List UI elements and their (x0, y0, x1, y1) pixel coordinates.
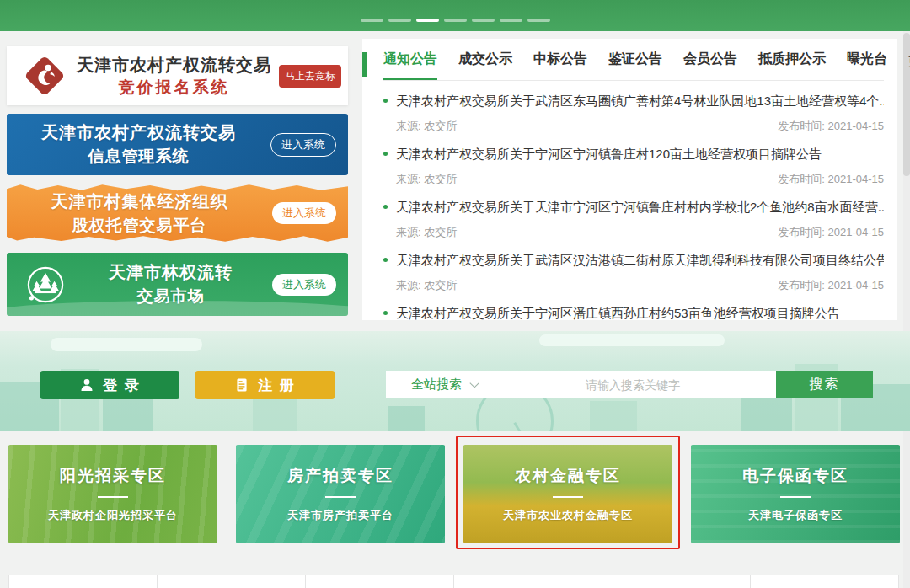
wave-decoration (7, 301, 348, 316)
homepage: 天津市农村产权流转交易 竞价报名系统 马上去竞标 天津市农村产权流转交易 信息管… (0, 0, 910, 588)
building-decoration (103, 394, 153, 431)
zone-property-auction[interactable]: 房产拍卖专区 天津市房产拍卖平台 (236, 445, 445, 543)
search-bar: 全站搜索 搜索 (386, 371, 873, 398)
enter-system-button[interactable]: 进入系统 (270, 133, 336, 157)
zone-title: 农村金融专区 (515, 465, 621, 487)
bullet-icon (383, 258, 388, 262)
brand-card: 天津市农村产权流转交易 竞价报名系统 马上去竞标 (7, 46, 348, 105)
carousel-dot-active[interactable] (416, 19, 439, 22)
news-item: 天津农村产权交易所关于武清区汉沽港镇二街村原天津凯得利科技有限公司项目终结公告 … (383, 253, 884, 293)
news-title: 天津农村产权交易所关于宁河区宁河镇鲁庄村120亩土地经营权项目摘牌公告 (396, 147, 822, 163)
zone-subtitle: 天津市房产拍卖平台 (287, 508, 393, 523)
login-label: 登 录 (103, 376, 141, 395)
tab-members[interactable]: 会员公告 (683, 51, 737, 80)
banner-line2: 信息管理系统 (7, 145, 270, 168)
tab-certification[interactable]: 鉴证公告 (608, 51, 662, 80)
announcement-panel: 通知公告 成交公示 中标公告 鉴证公告 会员公告 抵质押公示 曝光台 更多 ▶ … (362, 39, 897, 320)
cloud-decoration (51, 338, 202, 351)
search-scope-select[interactable]: 全站搜索 (386, 377, 490, 393)
news-title-row[interactable]: 天津农村产权交易所关于武清区东马圈镇广善村第4号林业队园地13亩土地经营权等4个… (383, 94, 884, 110)
banner-line2: 股权托管交易平台 (7, 214, 272, 238)
footer-table-cell (305, 575, 454, 588)
carousel-dot[interactable] (500, 19, 522, 22)
scrollbar-track[interactable] (903, 31, 910, 588)
zone-divider (325, 496, 356, 498)
tab-deals[interactable]: 成交公示 (458, 51, 512, 80)
building-decoration (388, 406, 425, 431)
tab-winning-bid[interactable]: 中标公告 (533, 51, 587, 80)
zone-subtitle: 天津政村企阳光招采平台 (48, 508, 178, 523)
tab-exposure[interactable]: 曝光台 (847, 51, 887, 80)
register-button[interactable]: 注 册 (195, 371, 335, 399)
zone-rural-finance[interactable]: 农村金融专区 天津市农业农村金融专区 (463, 445, 672, 543)
brand-subtitle: 竞价报名系统 (69, 77, 279, 99)
news-time: 发布时间: 2021-04-15 (778, 278, 884, 293)
carousel-banner (0, 0, 910, 31)
zone-subtitle: 天津电子保函专区 (748, 508, 843, 523)
news-title: 天津农村产权交易所关于宁河区潘庄镇西孙庄村约53亩鱼池经营权项目摘牌公告 (396, 306, 840, 322)
carousel-dot[interactable] (527, 19, 550, 22)
footer-table-cell (602, 575, 751, 588)
bullet-icon (383, 205, 388, 209)
news-title: 天津农村产权交易所关于武清区汉沽港镇二街村原天津凯得利科技有限公司项目终结公告 (396, 253, 884, 269)
news-time: 发布时间: 2021-04-15 (778, 225, 884, 240)
zone-electronic-guarantee[interactable]: 电子保函专区 天津电子保函专区 (691, 445, 900, 543)
zone-subtitle: 天津市农业农村金融专区 (503, 508, 633, 523)
banner-text: 天津市农村产权流转交易 信息管理系统 (7, 120, 270, 168)
news-meta: 来源: 农交所发布时间: 2021-04-15 (396, 172, 884, 187)
tab-mortgage[interactable]: 抵质押公示 (758, 51, 826, 80)
carousel-dots (0, 19, 910, 22)
carousel-dot[interactable] (361, 19, 383, 22)
forest-rights-market-banner[interactable]: 天津市林权流转 交易市场 进入系统 (7, 253, 348, 316)
news-source: 来源: 农交所 (396, 278, 457, 293)
news-title-row[interactable]: 天津农村产权交易所关于宁河区潘庄镇西孙庄村约53亩鱼池经营权项目摘牌公告 (383, 306, 884, 322)
equity-custody-platform-banner[interactable]: 天津市村集体经济组织 股权托管交易平台 进入系统 (7, 183, 348, 243)
forest-trees-icon (22, 261, 69, 308)
news-item: 天津农村产权交易所关于武清区东马圈镇广善村第4号林业队园地13亩土地经营权等4个… (383, 94, 884, 134)
news-list: 天津农村产权交易所关于武清区东马圈镇广善村第4号林业队园地13亩土地经营权等4个… (383, 94, 884, 346)
zone-title: 电子保函专区 (742, 465, 848, 487)
news-source: 来源: 农交所 (396, 225, 457, 240)
cloud-decoration (539, 334, 725, 346)
news-item: 天津农村产权交易所关于天津市宁河区宁河镇鲁庄村村内学校北2个鱼池约8亩水面经营.… (383, 200, 884, 240)
zone-divider (98, 496, 128, 498)
banner-text: 天津市村集体经济组织 股权托管交易平台 (7, 190, 272, 238)
search-button[interactable]: 搜索 (776, 371, 873, 398)
register-label: 注 册 (258, 376, 296, 395)
chevron-down-icon (469, 378, 479, 388)
zone-sunshine-procurement[interactable]: 阳光招采专区 天津政村企阳光招采平台 (8, 445, 217, 543)
enter-system-button[interactable]: 进入系统 (272, 274, 336, 296)
search-input[interactable] (490, 371, 776, 398)
tab-accent-bar (362, 52, 367, 77)
zone-title: 阳光招采专区 (60, 465, 166, 487)
news-source: 来源: 农交所 (396, 172, 457, 187)
zone-title: 房产拍卖专区 (287, 465, 393, 487)
zone-divider (780, 496, 811, 498)
tab-notice[interactable]: 通知公告 (383, 51, 437, 80)
news-meta: 来源: 农交所发布时间: 2021-04-15 (396, 119, 884, 134)
carousel-dot[interactable] (388, 19, 411, 22)
banner-line1: 天津市农村产权流转交易 (7, 120, 270, 145)
news-title-row[interactable]: 天津农村产权交易所关于武清区汉沽港镇二街村原天津凯得利科技有限公司项目终结公告 (383, 253, 884, 269)
go-bid-button[interactable]: 马上去竞标 (279, 65, 341, 88)
carousel-dot[interactable] (472, 19, 495, 22)
search-band: 登 录 注 册 全站搜索 搜索 (0, 331, 910, 431)
footer-table-cell (453, 575, 602, 588)
enter-system-button[interactable]: 进入系统 (272, 202, 336, 224)
login-button[interactable]: 登 录 (40, 371, 179, 399)
info-management-system-banner[interactable]: 天津市农村产权流转交易 信息管理系统 进入系统 (7, 114, 348, 175)
news-title-row[interactable]: 天津农村产权交易所关于天津市宁河区宁河镇鲁庄村村内学校北2个鱼池约8亩水面经营.… (383, 200, 884, 216)
carousel-dot[interactable] (444, 19, 467, 22)
news-source: 来源: 农交所 (396, 119, 457, 134)
user-icon (79, 377, 94, 393)
news-title-row[interactable]: 天津农村产权交易所关于宁河区宁河镇鲁庄村120亩土地经营权项目摘牌公告 (383, 147, 884, 163)
bullet-icon (383, 311, 388, 315)
bullet-icon (383, 152, 388, 156)
footer-table-cell (157, 575, 306, 588)
zone-divider (553, 496, 583, 498)
news-item: 天津农村产权交易所关于宁河区宁河镇鲁庄村120亩土地经营权项目摘牌公告 来源: … (383, 147, 884, 187)
footer-table (8, 575, 903, 588)
footer-table-cell (750, 575, 899, 588)
footer-table-cell (8, 575, 158, 588)
brand-text: 天津市农村产权流转交易 竞价报名系统 (69, 54, 279, 99)
